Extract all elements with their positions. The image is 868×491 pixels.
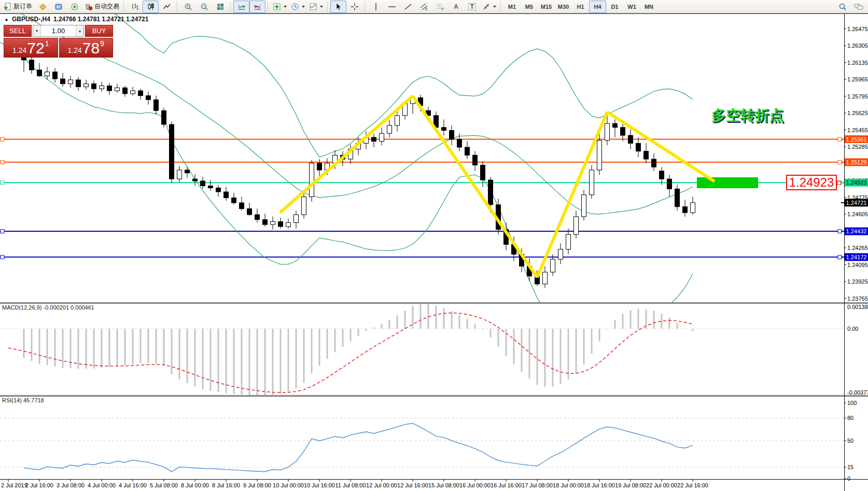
time-axis-label: 10 Jul 16:00 bbox=[304, 482, 335, 488]
main-toolbar: 新订单 自动交易 bbox=[0, 0, 868, 13]
strategy-tester-button[interactable] bbox=[66, 1, 82, 13]
time-axis-label: 17 Jul 08:00 bbox=[522, 482, 553, 488]
chart-canvas[interactable]: 1.264751.263051.261351.259651.257951.256… bbox=[0, 0, 868, 491]
time-axis-label: 9 Jul 08:00 bbox=[243, 482, 271, 488]
volume-decrease-button[interactable]: ▼ bbox=[33, 25, 41, 36]
chat-button[interactable] bbox=[850, 1, 866, 13]
sell-price-panel[interactable]: 1.24 72 1 bbox=[4, 38, 58, 58]
svg-text:F: F bbox=[442, 7, 444, 11]
horizontal-line-tool-button[interactable] bbox=[384, 1, 400, 13]
price-badge-label: 1.24923 bbox=[846, 179, 867, 186]
trendline-tool-button[interactable] bbox=[400, 1, 416, 13]
axis-label: 1.26135 bbox=[847, 60, 868, 66]
axis-label: 1.24265 bbox=[847, 245, 868, 251]
line-handle[interactable] bbox=[838, 160, 842, 164]
sell-button[interactable]: SELL bbox=[4, 25, 32, 37]
zoom-in-button[interactable] bbox=[180, 1, 196, 13]
time-axis-label: 11 Jul 08:00 bbox=[335, 482, 366, 488]
rsi-indicator-label: RSI(14) 45.7718 bbox=[2, 397, 44, 403]
line-chart-button[interactable] bbox=[159, 1, 175, 13]
rsi-value: 45.7718 bbox=[23, 397, 44, 403]
text-label-tool-icon: T bbox=[468, 3, 476, 10]
timeframe-h1-button[interactable]: H1 bbox=[572, 1, 589, 13]
clock-icon bbox=[291, 3, 299, 11]
timeframe-m30-button[interactable]: M30 bbox=[555, 1, 572, 13]
indicators-button[interactable] bbox=[271, 1, 289, 13]
buy-price-pip: 9 bbox=[100, 39, 104, 48]
fibonacci-tool-button[interactable]: F bbox=[432, 1, 448, 13]
highlight-zone-rect[interactable] bbox=[697, 177, 758, 188]
timeframe-m5-button[interactable]: M5 bbox=[521, 1, 538, 13]
volume-stepper: ▼ ▲ bbox=[33, 25, 84, 37]
toolbar-separator bbox=[123, 2, 124, 11]
new-order-button[interactable]: 新订单 bbox=[2, 1, 34, 13]
search-button[interactable] bbox=[834, 1, 850, 13]
tile-windows-icon bbox=[216, 3, 225, 11]
arrows-tool-button[interactable] bbox=[480, 1, 498, 13]
timeframe-d1-button[interactable]: D1 bbox=[606, 1, 623, 13]
axis-label: 1.24605 bbox=[847, 211, 868, 217]
auto-scroll-button[interactable] bbox=[233, 1, 249, 13]
timeframe-w1-button[interactable]: W1 bbox=[623, 1, 640, 13]
line-handle[interactable] bbox=[1, 230, 4, 233]
autotrading-icon bbox=[85, 3, 93, 11]
timeframe-m1-button[interactable]: M1 bbox=[503, 1, 521, 13]
axis-label: 1.25795 bbox=[847, 93, 868, 100]
terminal-button[interactable] bbox=[50, 1, 66, 13]
crosshair-tool-button[interactable] bbox=[346, 1, 362, 13]
chart-shift-icon bbox=[254, 3, 262, 11]
text-tool-button[interactable]: A bbox=[448, 1, 464, 13]
line-handle[interactable] bbox=[1, 160, 4, 164]
horizontal-line-icon bbox=[388, 3, 396, 11]
mt4-window: 新订单 自动交易 bbox=[0, 0, 868, 491]
volume-input[interactable] bbox=[41, 25, 76, 36]
chart-background bbox=[0, 13, 868, 491]
time-axis-label: 10 Jul 00:00 bbox=[273, 482, 304, 488]
autotrading-label: 自动交易 bbox=[94, 2, 119, 11]
cursor-tool-button[interactable] bbox=[330, 1, 346, 13]
axis-label: 0.00 bbox=[847, 326, 858, 332]
line-handle[interactable] bbox=[838, 137, 842, 141]
tile-windows-button[interactable] bbox=[212, 1, 228, 13]
timeframe-m15-button[interactable]: M15 bbox=[538, 1, 555, 13]
autotrading-button[interactable]: 自动交易 bbox=[82, 1, 121, 13]
price-callout-label[interactable]: 1.24923 bbox=[786, 175, 837, 190]
price-badge-label: 1.25129 bbox=[846, 159, 867, 165]
line-handle[interactable] bbox=[1, 137, 4, 141]
chart-text-annotation[interactable]: 多空转折点 bbox=[711, 106, 784, 125]
toolbar-separator bbox=[230, 2, 231, 11]
vertical-line-tool-button[interactable] bbox=[368, 1, 384, 13]
callout-anchor-handle[interactable] bbox=[837, 181, 841, 185]
axis-label: 1.26305 bbox=[847, 43, 868, 49]
periods-button[interactable] bbox=[289, 1, 307, 13]
template-icon bbox=[309, 3, 317, 11]
collapse-panel-icon[interactable]: ▲ bbox=[4, 17, 9, 22]
timeframe-h4-button[interactable]: H4 bbox=[589, 1, 606, 13]
zoom-out-button[interactable] bbox=[196, 1, 212, 13]
candlestick-chart-icon bbox=[147, 3, 155, 11]
timeframe-toolbar: M1M5M15M30H1H4D1W1MN bbox=[503, 1, 657, 13]
line-handle[interactable] bbox=[1, 181, 4, 185]
svg-text:E: E bbox=[425, 7, 428, 11]
buy-price-panel[interactable]: 1.24 78 9 bbox=[59, 38, 114, 58]
time-axis-label: 22 Jul 16:00 bbox=[677, 482, 708, 488]
buy-button[interactable]: BUY bbox=[85, 25, 113, 37]
line-handle[interactable] bbox=[838, 230, 842, 233]
candlestick-chart-button[interactable] bbox=[143, 1, 159, 13]
metaeditor-button[interactable] bbox=[34, 1, 50, 13]
crosshair-icon bbox=[351, 3, 359, 11]
line-handle[interactable] bbox=[838, 255, 842, 259]
chat-bubbles-icon bbox=[854, 3, 863, 11]
buy-price-prefix: 1.24 bbox=[68, 46, 82, 54]
templates-button[interactable] bbox=[307, 1, 325, 13]
chart-shift-button[interactable] bbox=[249, 1, 265, 13]
line-handle[interactable] bbox=[1, 255, 4, 259]
text-label-tool-button[interactable]: T bbox=[464, 1, 480, 13]
bar-chart-button[interactable] bbox=[127, 1, 143, 13]
equidistant-channel-tool-button[interactable]: E bbox=[416, 1, 432, 13]
time-axis-label: 4 Jul 00:00 bbox=[88, 482, 116, 488]
timeframe-mn-button[interactable]: MN bbox=[640, 1, 657, 13]
strategy-tester-icon bbox=[71, 3, 79, 11]
volume-increase-button[interactable]: ▲ bbox=[76, 25, 83, 36]
axis-label: 15 bbox=[847, 464, 853, 470]
